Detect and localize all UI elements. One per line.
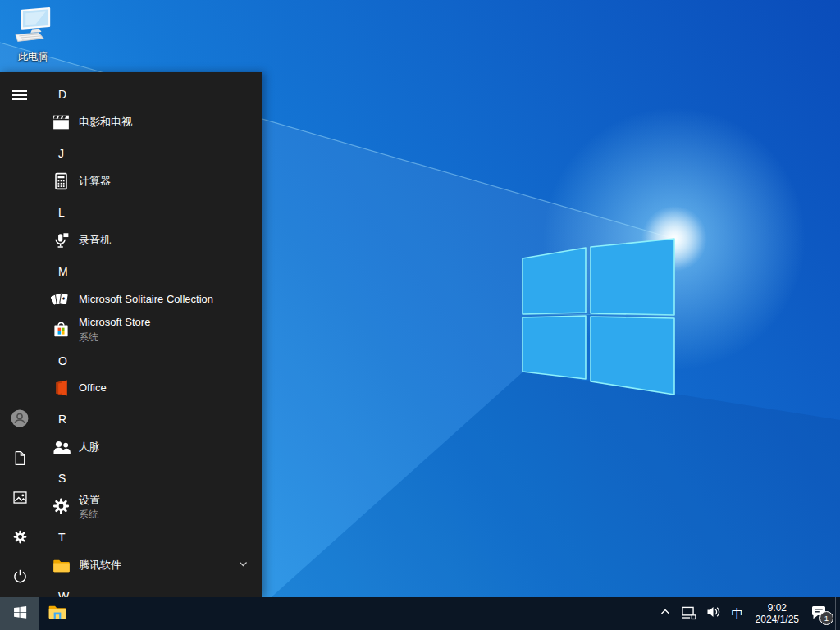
chevron-down-icon	[238, 558, 249, 573]
clock-date: 2024/1/25	[756, 614, 799, 625]
gear-icon	[11, 528, 29, 549]
clock-time: 9:02	[756, 602, 799, 614]
windows-start-icon	[13, 605, 27, 623]
ethernet-network-icon	[680, 604, 697, 624]
app-section-header-t[interactable]: T	[39, 523, 262, 552]
calculator-icon	[50, 171, 72, 193]
show-desktop-button[interactable]	[835, 597, 840, 630]
action-center-button[interactable]: 1	[805, 597, 835, 630]
app-section-header-o[interactable]: O	[39, 346, 262, 376]
section-label: R	[58, 413, 66, 426]
volume-button[interactable]	[701, 597, 726, 630]
file-explorer-button[interactable]	[39, 597, 75, 630]
people-icon	[50, 436, 72, 459]
chevron-up-icon	[659, 605, 672, 622]
app-item-store[interactable]: Microsoft Store系统	[39, 311, 262, 347]
office-icon	[50, 377, 72, 399]
app-sublabel: 系统	[79, 508, 98, 522]
section-label: T	[58, 531, 66, 544]
app-item-voice-recorder[interactable]: 录音机	[39, 226, 262, 255]
pictures-icon	[11, 489, 29, 509]
start-menu-rail	[0, 72, 39, 597]
app-section-header-r[interactable]: R	[39, 404, 262, 434]
document-icon	[11, 450, 29, 470]
app-item-office[interactable]: Office	[39, 373, 262, 403]
system-tray: 中 9:02 2024/1/25 1	[655, 597, 840, 630]
voice-recorder-icon	[50, 230, 72, 252]
this-pc-icon	[10, 34, 56, 48]
rail-menu-button[interactable]	[0, 79, 39, 112]
app-item-settings[interactable]: 设置系统	[39, 488, 262, 524]
app-section-header-m[interactable]: M	[39, 257, 262, 286]
rail-settings-button[interactable]	[0, 522, 39, 555]
app-label: 腾讯软件	[79, 550, 121, 580]
section-label: M	[58, 265, 68, 278]
speaker-volume-icon	[705, 604, 722, 623]
desktop-icon-this-pc[interactable]: 此电脑	[7, 7, 59, 64]
app-label: Office	[79, 373, 107, 403]
app-label: Microsoft Store	[79, 316, 150, 328]
section-label: S	[58, 472, 66, 485]
app-item-movies-tv[interactable]: 电影和电视	[39, 107, 262, 137]
app-item-solitaire[interactable]: ♠Microsoft Solitaire Collection	[39, 285, 262, 314]
folder-icon	[50, 555, 72, 577]
app-section-header-d[interactable]: D	[39, 80, 262, 109]
rail-user-button[interactable]	[0, 404, 39, 436]
app-label: 电影和电视	[79, 107, 132, 137]
section-label: J	[58, 147, 64, 160]
tray-chevron-up-button[interactable]	[655, 597, 676, 630]
settings-icon	[50, 495, 72, 518]
app-label: 设置	[79, 493, 100, 508]
app-item-people[interactable]: 人脉	[39, 432, 262, 462]
power-icon	[11, 568, 29, 588]
hamburger-menu-icon	[12, 90, 27, 100]
taskbar-clock[interactable]: 9:02 2024/1/25	[750, 597, 805, 630]
app-label: 人脉	[79, 432, 100, 462]
movies-tv-icon	[50, 112, 72, 134]
app-section-header-l[interactable]: L	[39, 198, 262, 227]
rail-pictures-button[interactable]	[0, 482, 39, 515]
section-label: W	[58, 590, 69, 597]
app-label: 录音机	[79, 226, 111, 255]
rail-documents-button[interactable]	[0, 443, 39, 476]
store-icon	[50, 318, 72, 340]
app-item-calculator[interactable]: 计算器	[39, 167, 262, 196]
section-label: L	[58, 206, 65, 219]
file-explorer-icon	[47, 601, 68, 626]
start-menu-app-list: D 电影和电视J 计算器L 录音机M ♠Microsoft Solitaire …	[39, 72, 262, 597]
app-item-folder[interactable]: 腾讯软件	[39, 550, 262, 580]
app-label: Microsoft Solitaire Collection	[79, 285, 213, 314]
app-label: 计算器	[79, 167, 111, 196]
avatar-icon	[10, 409, 30, 431]
this-pc-label: 此电脑	[7, 50, 59, 64]
network-button[interactable]	[676, 597, 701, 630]
ime-indicator[interactable]: 中	[726, 597, 750, 630]
notification-count-badge: 1	[819, 611, 833, 625]
app-sublabel: 系统	[79, 331, 98, 345]
taskbar: 中 9:02 2024/1/25 1	[0, 597, 840, 630]
section-label: D	[58, 88, 66, 101]
section-label: O	[58, 354, 67, 368]
rail-power-button[interactable]	[0, 561, 39, 594]
screen: { "desktop": { "this_pc_label": "此电脑" },…	[0, 0, 840, 630]
start-menu: D 电影和电视J 计算器L 录音机M ♠Microsoft Solitaire …	[0, 72, 262, 597]
app-section-header-j[interactable]: J	[39, 139, 262, 168]
start-button[interactable]	[0, 597, 39, 630]
app-section-header-w[interactable]: W	[39, 582, 262, 597]
solitaire-icon: ♠	[50, 289, 72, 311]
